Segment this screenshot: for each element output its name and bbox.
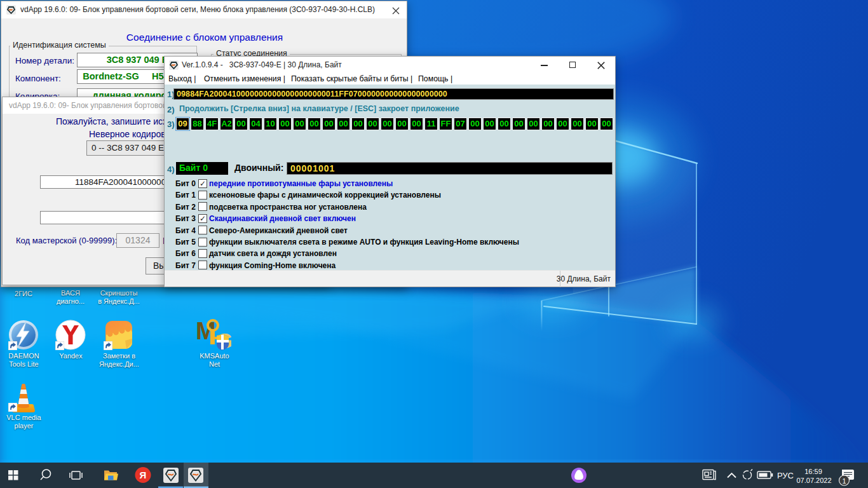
svg-text:1: 1 xyxy=(842,477,846,485)
svg-text:РУС: РУС xyxy=(777,471,794,480)
svg-text:16:59: 16:59 xyxy=(804,468,822,475)
svg-text:Я: Я xyxy=(140,470,147,480)
svg-text:07.07.2022: 07.07.2022 xyxy=(796,477,831,484)
